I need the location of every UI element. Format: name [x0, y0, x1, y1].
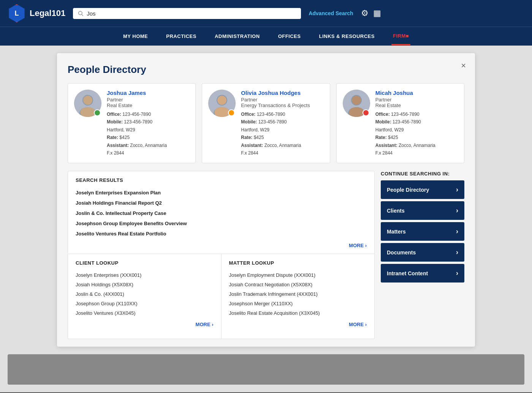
search-input[interactable]	[87, 10, 296, 17]
chevron-right-icon-5: ›	[456, 269, 458, 277]
matter-5[interactable]: Joselito Real Estate Acquisition (X3X045…	[229, 308, 367, 318]
svg-point-10	[217, 96, 226, 105]
chevron-right-icon-3: ›	[456, 227, 458, 235]
client-lookup-col: CLIENT LOOKUP Joselyn Enterprises (XXX00…	[68, 254, 222, 339]
main-nav: MY HOME PRACTICES ADMINISTRATION OFFICES…	[0, 27, 532, 46]
right-panel: CONTINUE SEARCHING IN: People Directory …	[381, 171, 464, 339]
grid-icon[interactable]: ▦	[373, 8, 381, 18]
matter-3[interactable]: Joslin Trademark Infringement (4XX001)	[229, 289, 367, 299]
search-bar[interactable]	[73, 8, 301, 19]
logo-text: Legal101	[30, 8, 65, 18]
header-icons: ⚙ ▦	[361, 8, 381, 18]
close-button[interactable]: ×	[461, 61, 466, 71]
person-card-2: Olivia Joshua Hodges Partner Energy Tran…	[202, 83, 330, 163]
continue-clients-label: Clients	[387, 208, 405, 214]
svg-point-0	[79, 11, 82, 15]
client-2[interactable]: Josiah Holdings (X5X08X)	[76, 280, 214, 289]
person-role-3: Partner	[375, 97, 458, 103]
continue-people-directory[interactable]: People Directory ›	[381, 180, 464, 199]
person-detail-1: Office: 123-456-7890 Mobile: 123-456-789…	[107, 110, 189, 157]
header: L Legal101 Advanced Search ⚙ ▦	[0, 0, 532, 27]
avatar-container-2	[208, 90, 236, 117]
chevron-right-icon-2: ›	[456, 207, 458, 215]
nav-firm[interactable]: FIRM■	[391, 28, 410, 45]
client-lookup-title: CLIENT LOOKUP	[76, 260, 214, 266]
search-result-1[interactable]: Joselyn Enterprises Expansion Plan	[76, 188, 367, 198]
search-result-5[interactable]: Joselito Ventures Real Estate Portfolio	[76, 229, 367, 239]
settings-icon[interactable]: ⚙	[361, 8, 369, 18]
person-role-2: Partner	[241, 97, 323, 103]
logo-hex: L	[8, 4, 26, 22]
search-result-3[interactable]: Joslin & Co. Intellectual Property Case	[76, 208, 367, 218]
chevron-right-icon-1: ›	[456, 186, 458, 194]
client-lookup-more-link[interactable]: MORE ›	[76, 318, 214, 333]
search-icon	[78, 10, 84, 16]
left-panel: SEARCH RESULTS Joselyn Enterprises Expan…	[68, 171, 375, 339]
person-info-1: Joshua James Partner Real Estate Office:…	[107, 90, 189, 157]
person-name-3[interactable]: Micah Joshua	[375, 90, 458, 96]
continue-intranet-label: Intranet Content	[387, 270, 428, 276]
svg-point-5	[83, 96, 92, 105]
people-cards-row: Joshua James Partner Real Estate Office:…	[68, 83, 464, 163]
lookup-row: CLIENT LOOKUP Joselyn Enterprises (XXX00…	[68, 254, 375, 339]
avatar-container-1	[74, 90, 101, 117]
chevron-right-icon-4: ›	[456, 248, 458, 256]
logo-letter: L	[15, 9, 19, 17]
person-card-1: Joshua James Partner Real Estate Office:…	[68, 83, 196, 163]
matter-2[interactable]: Josiah Contract Negotiation (X5X08X)	[229, 280, 367, 289]
main-background: People Directory ×	[0, 46, 532, 392]
continue-searching-title: CONTINUE SEARCHING IN:	[381, 171, 464, 177]
person-role-1: Partner	[107, 97, 189, 103]
continue-people-directory-label: People Directory	[387, 187, 429, 193]
client-5[interactable]: Joselito Ventures (X3X045)	[76, 308, 214, 318]
person-dept-1: Real Estate	[107, 103, 189, 108]
search-results-more-link[interactable]: MORE ›	[76, 239, 367, 254]
nav-my-home[interactable]: MY HOME	[122, 28, 149, 44]
person-name-1[interactable]: Joshua James	[107, 90, 189, 96]
status-badge-2	[228, 109, 235, 116]
search-results-box: SEARCH RESULTS Joselyn Enterprises Expan…	[68, 171, 375, 254]
nav-administration[interactable]: ADMINISTRATION	[213, 28, 261, 44]
status-badge-3	[363, 109, 369, 116]
logo-area: L Legal101	[8, 4, 65, 22]
matter-lookup-title: MATTER LOOKUP	[229, 260, 367, 266]
background-strip	[8, 354, 524, 385]
matter-lookup-col: MATTER LOOKUP Joselyn Employment Dispute…	[222, 254, 375, 339]
person-info-3: Micah Joshua Partner Real Estate Office:…	[375, 90, 458, 157]
dialog-title: People Directory	[68, 64, 464, 76]
status-badge-1	[94, 109, 101, 116]
continue-matters-label: Matters	[387, 229, 406, 235]
client-3[interactable]: Joslin & Co. (4XX001)	[76, 289, 214, 299]
continue-clients[interactable]: Clients ›	[381, 201, 464, 220]
client-1[interactable]: Joselyn Enterprises (XXX001)	[76, 270, 214, 280]
search-result-4[interactable]: Josephson Group Employee Benefits Overvi…	[76, 218, 367, 229]
avatar-container-3	[343, 90, 370, 117]
search-result-2[interactable]: Josiah Holdings Financial Report Q2	[76, 198, 367, 208]
svg-line-1	[82, 14, 83, 16]
search-results-title: SEARCH RESULTS	[76, 177, 367, 183]
continue-documents[interactable]: Documents ›	[381, 243, 464, 262]
person-name-2[interactable]: Olivia Joshua Hodges	[241, 90, 323, 96]
continue-intranet[interactable]: Intranet Content ›	[381, 264, 464, 283]
matter-1[interactable]: Joselyn Employment Dispute (XXX001)	[229, 270, 367, 280]
matter-lookup-more-link[interactable]: MORE ›	[229, 318, 367, 333]
client-4[interactable]: Josephson Group (X110XX)	[76, 299, 214, 308]
matter-4[interactable]: Josephson Merger (X110XX)	[229, 299, 367, 308]
person-detail-3: Office: 123-456-7890 Mobile: 123-456-789…	[375, 110, 458, 157]
nav-offices[interactable]: OFFICES	[277, 28, 302, 44]
advanced-search-link[interactable]: Advanced Search	[309, 10, 353, 16]
person-info-2: Olivia Joshua Hodges Partner Energy Tran…	[241, 90, 323, 157]
person-dept-3: Real Estate	[375, 103, 458, 108]
person-dept-2: Energy Transactions & Projects	[241, 103, 323, 108]
person-detail-2: Office: 123-456-7890 Mobile: 123-456-789…	[241, 110, 323, 157]
continue-documents-label: Documents	[387, 249, 416, 256]
bottom-section: SEARCH RESULTS Joselyn Enterprises Expan…	[68, 171, 464, 339]
nav-practices[interactable]: PRACTICES	[165, 28, 198, 44]
nav-links-resources[interactable]: LINKS & RESOURCES	[317, 28, 376, 44]
person-card-3: Micah Joshua Partner Real Estate Office:…	[336, 83, 464, 163]
continue-matters[interactable]: Matters ›	[381, 222, 464, 241]
svg-point-15	[352, 96, 361, 105]
people-directory-dialog: People Directory ×	[57, 53, 475, 347]
